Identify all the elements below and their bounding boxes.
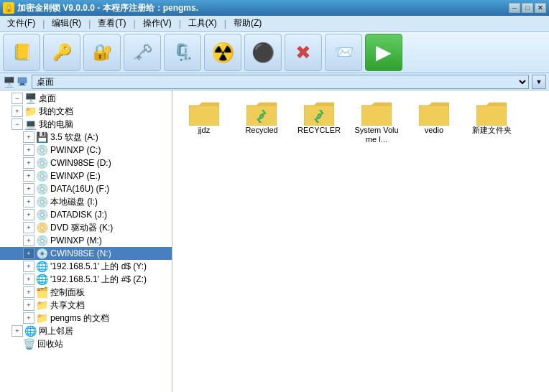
tree-item-cwin98se-n[interactable]: + 💿 CWIN98SE (N:) — [0, 247, 172, 260]
tree-expand-ewinxp-e[interactable]: + — [23, 170, 34, 182]
tree-expand-desktop[interactable]: − — [11, 93, 23, 104]
tree-expand-floppy[interactable]: + — [23, 131, 34, 143]
data-f-icon: 💿 — [36, 183, 48, 195]
tree-item-mypc[interactable]: − 💻 我的电脑 — [0, 118, 172, 131]
tree-label-cwin98se-n: CWIN98SE (N:) — [50, 248, 111, 258]
tree-label-cwin98se-d: CWIN98SE (D:) — [50, 158, 111, 168]
toolbar-btn-archive[interactable]: 🗜️ — [164, 34, 201, 71]
tree-label-pwinxp-m: PWINXP (M:) — [50, 235, 102, 246]
address-label — [17, 76, 29, 87]
pwinxp-m-icon: 💿 — [36, 235, 48, 246]
computer-icon — [17, 77, 27, 87]
address-bar: 🖥️ 桌面 ▼ — [0, 73, 549, 90]
tree-item-cwin98se-d[interactable]: + 💿 CWIN98SE (D:) — [0, 157, 172, 169]
folder-icon-systemvolume — [361, 100, 392, 126]
net-y-icon: 🌐 — [36, 261, 48, 272]
file-item-newfolder[interactable]: 新建文件夹 — [466, 96, 517, 148]
toolbar-btn-email[interactable]: 📨 — [325, 34, 362, 71]
toolbar-btn-destroy[interactable]: ⚫ — [244, 34, 282, 71]
tree-item-datadisk-j[interactable]: + 💿 DATADISK (J:) — [0, 208, 172, 221]
close-button[interactable]: ✕ — [535, 3, 546, 13]
tree-label-local-i: 本地磁盘 (I:) — [50, 196, 98, 208]
tree-expand-mydocs[interactable]: + — [11, 106, 23, 117]
tree-item-mydocs[interactable]: + 📁 我的文档 — [0, 105, 172, 118]
window-controls: ─ □ ✕ — [509, 3, 546, 13]
tree-expand-shareddocs[interactable]: + — [23, 299, 34, 311]
tree-item-pwinxp-c[interactable]: + 💿 PWINXP (C:) — [0, 144, 172, 157]
tree-expand-pengmsdocs[interactable]: + — [23, 312, 34, 324]
title-bar: 🔒 加密金刚锁 V9.0.0.0 - 本程序注册给：pengms. ─ □ ✕ — [0, 0, 549, 16]
file-item-vedio[interactable]: vedio — [408, 96, 460, 148]
tree-expand-net-y[interactable]: + — [23, 261, 34, 272]
svg-rect-12 — [419, 106, 449, 126]
folder-icon-vedio — [419, 100, 449, 126]
tree-item-desktop[interactable]: − 🖥️ 桌面 — [0, 92, 172, 105]
maximize-button[interactable]: □ — [522, 3, 533, 13]
tree-expand-pwinxp-m[interactable]: + — [23, 235, 34, 246]
toolbar-btn-go[interactable]: ▶ — [365, 34, 402, 71]
folder-icon-newfolder — [476, 100, 507, 126]
tree-expand-cwin98se-d[interactable]: + — [23, 157, 34, 169]
menu-view[interactable]: 查看(T) — [93, 16, 130, 31]
toolbar-btn-cancel[interactable]: ✖ — [285, 34, 322, 71]
pengmsdocs-icon: 📁 — [36, 312, 48, 324]
tree-item-data-f[interactable]: + 💿 DATA(16U) (F:) — [0, 182, 172, 195]
tree-label-recycle: 回收站 — [37, 338, 63, 350]
tree-label-controlpanel: 控制面板 — [50, 286, 85, 299]
tree-expand-data-f[interactable]: + — [23, 183, 34, 195]
tree-item-local-i[interactable]: + 💿 本地磁盘 (I:) — [0, 195, 172, 208]
recycle-icon: 🗑️ — [23, 338, 35, 350]
menu-file[interactable]: 文件(F) — [3, 16, 40, 31]
tree-label-ewinxp-e: EWINXP (E:) — [50, 171, 101, 181]
toolbar-btn-key[interactable]: 🔑 — [43, 34, 80, 71]
tree-expand-datadisk-j[interactable]: + — [23, 209, 34, 220]
toolbar-btn-lockdisk[interactable]: 🔐 — [83, 34, 121, 71]
desktop-icon: 🖥️ — [24, 93, 37, 104]
app-icon: 🔒 — [3, 2, 14, 14]
menu-help[interactable]: 帮助(Z) — [229, 16, 266, 31]
tree-label-dvd-k: DVD 驱动器 (K:) — [50, 222, 113, 234]
tree-item-pwinxp-m[interactable]: + 💿 PWINXP (M:) — [0, 234, 172, 247]
tree-item-recycle[interactable]: 🗑️ 回收站 — [0, 337, 172, 350]
file-item-systemvolume[interactable]: System Volume I... — [351, 96, 402, 148]
tree-item-pengmsdocs[interactable]: + 📁 pengms 的文档 — [0, 312, 172, 325]
menu-tools[interactable]: 工具(X) — [184, 16, 221, 31]
address-select[interactable]: 桌面 — [32, 75, 529, 89]
file-label-newfolder: 新建文件夹 — [472, 126, 512, 135]
tree-item-ewinxp-e[interactable]: + 💿 EWINXP (E:) — [0, 169, 172, 182]
tree-expand-net-z[interactable]: + — [23, 274, 34, 285]
toolbar-btn-keybox[interactable]: 🗝️ — [124, 34, 161, 71]
tree-expand-cwin98se-n[interactable]: + — [23, 248, 34, 259]
tree-expand-mypc[interactable]: − — [11, 118, 23, 130]
net-z-icon: 🌐 — [36, 274, 48, 285]
recycler-folder-icon — [304, 100, 334, 126]
tree-expand-nethood[interactable]: + — [11, 325, 23, 337]
svg-rect-2 — [19, 85, 26, 85]
file-panel: jjdz Recycled — [172, 90, 549, 392]
tree-item-floppy[interactable]: + 💾 3.5 软盘 (A:) — [0, 131, 172, 144]
toolbar-btn-addressbook[interactable]: 📒 — [3, 34, 40, 71]
tree-item-controlpanel[interactable]: + 🗂️ 控制面板 — [0, 286, 172, 299]
tree-item-shareddocs[interactable]: + 📁 共享文档 — [0, 299, 172, 312]
file-item-jjdz[interactable]: jjdz — [178, 96, 230, 148]
mydocs-icon: 📁 — [24, 106, 37, 117]
tree-expand-local-i[interactable]: + — [23, 196, 34, 207]
file-item-recycled[interactable]: Recycled — [236, 96, 287, 148]
toolbar-btn-radioactive[interactable]: ☢️ — [204, 34, 241, 71]
menu-operate[interactable]: 操作(V) — [139, 16, 176, 31]
cwin98se-d-icon: 💿 — [36, 157, 48, 169]
tree-expand-controlpanel[interactable]: + — [23, 286, 34, 298]
tree-item-net-y[interactable]: + 🌐 '192.168.5.1' 上的 d$ (Y:) — [0, 260, 172, 273]
svg-rect-4 — [189, 106, 219, 126]
file-item-recycler[interactable]: RECYCLER — [293, 96, 345, 148]
tree-item-net-z[interactable]: + 🌐 '192.168.5.1' 上的 #$ (Z:) — [0, 273, 172, 286]
tree-expand-dvd-k[interactable]: + — [23, 222, 34, 233]
svg-rect-1 — [20, 83, 24, 85]
menu-edit[interactable]: 编辑(R) — [47, 16, 86, 31]
tree-item-nethood[interactable]: + 🌐 网上邻居 — [0, 325, 172, 337]
file-label-recycler: RECYCLER — [297, 126, 341, 135]
minimize-button[interactable]: ─ — [509, 3, 520, 13]
tree-item-dvd-k[interactable]: + 📀 DVD 驱动器 (K:) — [0, 221, 172, 234]
tree-expand-pwinxp-c[interactable]: + — [23, 144, 34, 156]
address-dropdown-button[interactable]: ▼ — [532, 75, 546, 89]
